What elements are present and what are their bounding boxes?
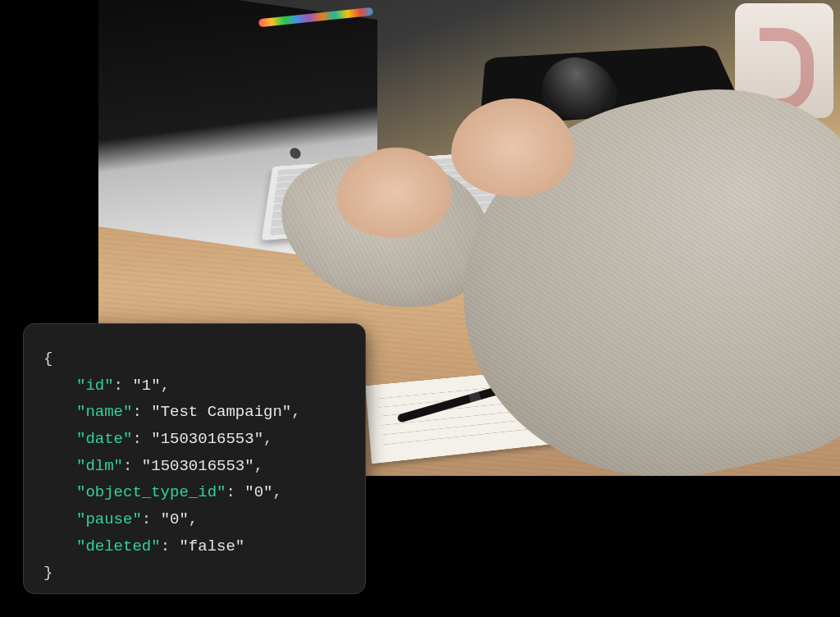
json-key: "dlm" [76,457,123,475]
json-value: "1503016553" [151,430,263,448]
json-value: "0" [244,483,272,501]
json-key: "id" [76,377,114,395]
open-brace: { [43,350,52,368]
json-value: "1" [132,377,160,395]
json-key: "deleted" [76,537,161,555]
json-key: "name" [76,403,132,421]
json-value: "false" [179,537,244,555]
json-value: "0" [161,510,189,528]
close-brace: } [43,564,52,582]
json-key: "pause" [76,510,142,528]
json-key: "object_type_id" [76,483,226,501]
json-value: "1503016553" [142,457,254,475]
json-value: "Test Campaign" [151,403,291,421]
json-code-snippet: { "id": "1", "name": "Test Campaign", "d… [23,323,366,594]
stage: { "id": "1", "name": "Test Campaign", "d… [0,0,840,617]
json-key: "date" [76,430,132,448]
